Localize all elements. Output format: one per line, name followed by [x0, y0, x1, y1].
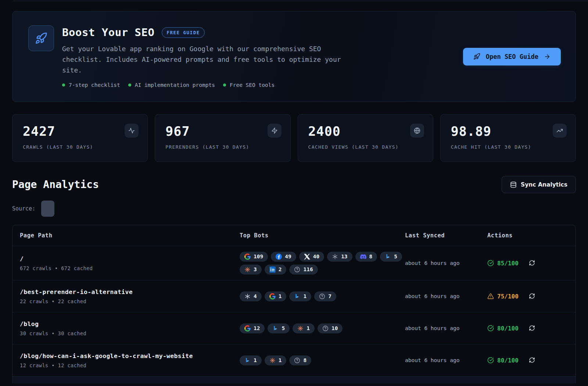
bot-pill: 49: [271, 252, 296, 262]
bot-pill: 1: [289, 291, 311, 301]
bot-pill: 12: [240, 323, 265, 333]
table-row-partial: [12, 376, 576, 383]
refresh-button[interactable]: [529, 325, 535, 332]
page-path-cell: / 672 crawls • 672 cached: [20, 255, 240, 271]
col-last-synced: Last Synced: [405, 232, 487, 239]
page-meta: 672 crawls • 672 cached: [20, 265, 240, 271]
source-segments: [41, 201, 69, 217]
bot-pill: 5: [268, 323, 290, 333]
stat-card: 967 PRERENDERS (LAST 30 DAYS): [155, 114, 290, 162]
feature-item: AI implementation prompts: [128, 82, 215, 88]
banner-title: Boost Your SEO: [62, 26, 154, 39]
bot-pill: 109: [240, 252, 268, 262]
refresh-icon: [529, 325, 535, 331]
source-option-all-urls[interactable]: [55, 201, 69, 217]
bing-icon: [294, 293, 300, 300]
green-dot-icon: [223, 84, 226, 86]
cta-label: Open SEO Guide: [486, 53, 538, 60]
refresh-icon: [529, 357, 535, 363]
green-dot-icon: [62, 84, 65, 86]
sync-analytics-button[interactable]: Sync Analytics: [502, 176, 576, 193]
refresh-icon: [529, 293, 535, 299]
sync-analytics-label: Sync Analytics: [521, 181, 567, 188]
last-synced: about 6 hours ago: [405, 260, 487, 266]
seo-score: 80/100: [487, 325, 519, 332]
table-body: / 672 crawls • 672 cached 109 49 40 13 8…: [12, 246, 576, 376]
source-label: Source:: [12, 205, 35, 212]
facebook-icon: [276, 254, 282, 260]
analytics-header: Page Analytics Sync Analytics: [12, 176, 576, 193]
feature-label: Free SEO tools: [230, 82, 275, 88]
stat-value: 98.89: [451, 124, 565, 139]
page-path[interactable]: /blog: [20, 321, 240, 327]
refresh-button[interactable]: [529, 293, 535, 300]
table-header: Page Path Top Bots Last Synced Actions: [12, 225, 576, 246]
actions-cell: 85/100: [487, 260, 576, 267]
col-top-bots: Top Bots: [240, 232, 405, 239]
page-meta: 30 crawls • 30 cached: [20, 330, 240, 336]
bot-pill: 10: [318, 323, 343, 333]
google-icon: [244, 325, 251, 332]
green-dot-icon: [128, 84, 131, 86]
refresh-button[interactable]: [529, 260, 535, 266]
bot-pill: 1: [240, 355, 262, 365]
actions-cell: 75/100: [487, 293, 576, 300]
stat-value: 967: [165, 124, 280, 139]
bing-icon: [244, 357, 251, 364]
page-path-cell: /best-prerender-io-alternative 22 crawls…: [20, 288, 240, 304]
bing-icon: [385, 254, 391, 260]
page-analytics-table: Page Path Top Bots Last Synced Actions /…: [12, 225, 576, 383]
unknown-bot-icon: [294, 357, 300, 364]
activity-icon-box: [125, 124, 139, 138]
bot-pill: 13: [327, 252, 352, 262]
bot-pill: 40: [299, 252, 324, 262]
seo-score: 75/100: [487, 293, 519, 300]
banner-content: Boost Your SEO FREE GUIDE Get your Lovab…: [62, 25, 351, 88]
actions-cell: 80/100: [487, 325, 576, 332]
page-path[interactable]: /: [20, 255, 240, 262]
discord-icon: [360, 254, 366, 260]
check-circle-icon: [487, 260, 494, 266]
feature-list: 7-step checklistAI implementation prompt…: [62, 82, 351, 88]
check-circle-icon: [487, 357, 494, 364]
stat-card: 2400 CACHED VIEWS (LAST 30 DAYS): [298, 114, 433, 162]
feature-item: 7-step checklist: [62, 82, 120, 88]
free-guide-badge: FREE GUIDE: [162, 27, 204, 38]
stat-card: 2427 CRAWLS (LAST 30 DAYS): [12, 114, 148, 162]
trending-up-icon: [556, 127, 563, 134]
page-path-cell: /blog/how-can-i-ask-google-to-crawl-my-w…: [20, 353, 240, 368]
page-meta: 12 crawls • 12 cached: [20, 362, 240, 368]
seo-score: 80/100: [487, 357, 519, 364]
arrow-right-icon: [544, 53, 551, 60]
page-path-cell: /blog 30 crawls • 30 cached: [20, 321, 240, 336]
stat-label: PRERENDERS (LAST 30 DAYS): [165, 144, 280, 150]
stat-label: CRAWLS (LAST 30 DAYS): [23, 144, 137, 150]
banner-description: Get your Lovable app ranking on Google w…: [62, 44, 351, 75]
last-synced: about 6 hours ago: [405, 357, 487, 363]
refresh-button[interactable]: [529, 357, 535, 364]
bing-icon: [272, 325, 279, 332]
page-path[interactable]: /blog/how-can-i-ask-google-to-crawl-my-w…: [20, 353, 240, 360]
source-option-sitemap-only[interactable]: [41, 201, 54, 217]
zap-icon-box: [268, 124, 282, 138]
bot-pill: 1: [293, 323, 315, 333]
open-seo-guide-button[interactable]: Open SEO Guide: [463, 48, 561, 65]
bot-pill: 4: [240, 291, 262, 301]
bot-pill: 1: [265, 355, 287, 365]
activity-icon: [128, 127, 135, 134]
check-circle-icon: [487, 325, 494, 332]
col-actions: Actions: [487, 232, 576, 239]
page-path[interactable]: /best-prerender-io-alternative: [20, 288, 240, 295]
stat-value: 2427: [23, 124, 137, 139]
top-bots-cell: 12 5 1 10: [240, 323, 405, 333]
bot-pill: 5: [380, 252, 402, 262]
google-icon: [269, 293, 276, 300]
top-bots-cell: 4 1 1 7: [240, 291, 405, 301]
top-bots-cell: 109 49 40 13 8 5 3 2 116: [240, 252, 405, 275]
google-icon: [244, 254, 251, 260]
claude-icon: [244, 266, 251, 273]
openai-icon: [332, 254, 338, 260]
table-row: / 672 crawls • 672 cached 109 49 40 13 8…: [12, 246, 576, 280]
seo-score: 85/100: [487, 260, 519, 267]
stat-card: 98.89 CACHE HIT (LAST 30 DAYS): [440, 114, 576, 162]
